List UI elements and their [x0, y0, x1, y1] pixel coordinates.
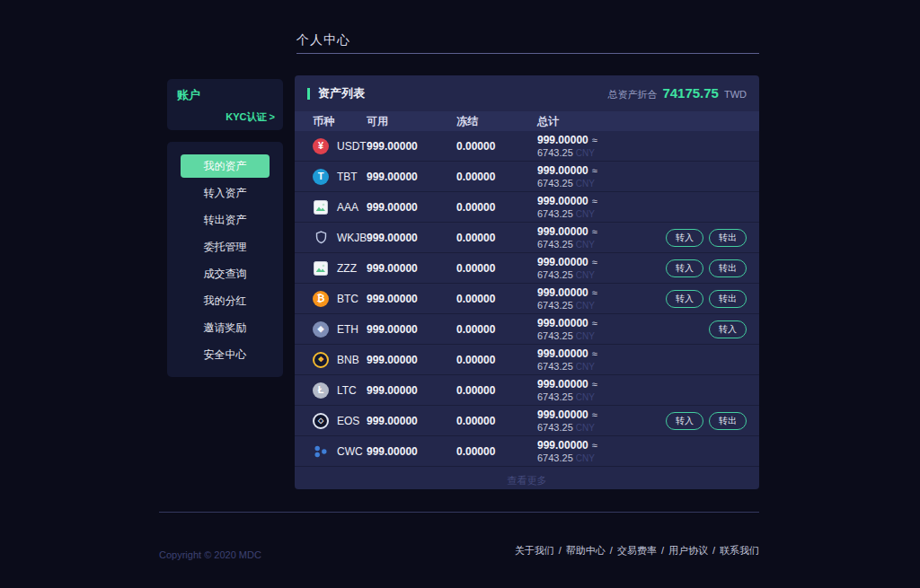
table-row: ◇EOS999.000000.00000999.00000≈ 6743.25CN…	[295, 406, 759, 436]
frozen-value: 0.00000	[456, 201, 537, 214]
image-placeholder-icon	[313, 260, 329, 276]
approx-currency: CNY	[576, 453, 595, 463]
deposit-button[interactable]: 转入	[666, 259, 703, 277]
approx-currency: CNY	[576, 209, 595, 219]
sidebar-menu: 我的资产转入资产转出资产委托管理成交查询我的分红邀请奖励安全中心	[167, 142, 283, 377]
withdraw-button[interactable]: 转出	[709, 229, 747, 247]
total-assets-currency: TWD	[724, 89, 747, 100]
frozen-value: 0.00000	[456, 232, 537, 244]
table-row: AAA999.000000.00000999.00000≈ 6743.25CNY	[295, 192, 759, 223]
coin-name: ETH	[337, 323, 358, 336]
sidebar-item[interactable]: 我的资产	[181, 154, 270, 178]
approx-currency: CNY	[576, 301, 595, 311]
available-value: 999.00000	[367, 323, 456, 336]
total-value: 999.00000≈ 6743.25CNY	[537, 195, 646, 220]
eos-icon: ◇	[313, 413, 329, 429]
approx-currency: CNY	[576, 331, 595, 341]
cwc-icon	[313, 443, 329, 460]
footer-link-separator: /	[610, 545, 613, 556]
total-value: 999.00000≈ 6743.25CNY	[537, 256, 646, 281]
sidebar-item[interactable]: 转出资产	[167, 206, 283, 233]
total-value: 999.00000≈ 6743.25CNY	[537, 439, 646, 464]
sidebar-item[interactable]: 安全中心	[167, 341, 283, 368]
footer-link[interactable]: 用户协议	[668, 545, 708, 556]
available-value: 999.00000	[367, 171, 456, 183]
approx-currency: CNY	[576, 362, 595, 372]
total-value: 999.00000≈ 6743.25CNY	[537, 408, 646, 434]
sidebar-item[interactable]: 邀请奖励	[167, 314, 283, 341]
withdraw-button[interactable]: 转出	[709, 412, 747, 430]
deposit-button[interactable]: 转入	[666, 229, 703, 247]
usdt-icon: ¥	[313, 138, 329, 154]
footer-link[interactable]: 交易费率	[617, 545, 657, 556]
footer-links: 关于我们/帮助中心/交易费率/用户协议/联系我们	[515, 544, 759, 557]
coin-name: LTC	[337, 384, 357, 397]
available-value: 999.00000	[367, 384, 456, 397]
footer-link-separator: /	[712, 545, 715, 556]
frozen-value: 0.00000	[456, 171, 537, 183]
total-assets-value: 74175.75	[662, 85, 719, 101]
coin-name: USDT	[337, 140, 367, 153]
column-total: 总计	[537, 114, 646, 129]
total-assets: 总资产折合 74175.75 TWD	[607, 85, 747, 101]
coin-name: AAA	[337, 201, 358, 214]
footer-link[interactable]: 帮助中心	[566, 545, 606, 556]
coin-name: BNB	[337, 354, 359, 366]
view-more-link[interactable]: 查看更多	[295, 467, 759, 487]
row-actions: 转入转出	[646, 412, 747, 430]
row-actions: 转入转出	[646, 229, 747, 247]
total-value: 999.00000≈ 6743.25CNY	[537, 225, 646, 250]
total-value: 999.00000≈ 6743.25CNY	[537, 347, 646, 373]
coin-name: CWC	[337, 445, 363, 458]
frozen-value: 0.00000	[456, 415, 537, 427]
total-value: 999.00000≈ 6743.25CNY	[537, 134, 646, 159]
table-row: ❖BNB999.000000.00000999.00000≈ 6743.25CN…	[295, 345, 759, 375]
asset-table-body: ¥USDT999.000000.00000999.00000≈ 6743.25C…	[295, 131, 759, 467]
frozen-value: 0.00000	[456, 323, 537, 336]
total-assets-label: 总资产折合	[607, 88, 657, 101]
tbt-icon: T	[313, 169, 329, 185]
deposit-button[interactable]: 转入	[666, 412, 703, 430]
shield-icon	[313, 230, 329, 246]
available-value: 999.00000	[367, 262, 456, 275]
table-row: CWC999.000000.00000999.00000≈ 6743.25CNY	[295, 436, 759, 467]
panel-header: 资产列表 总资产折合 74175.75 TWD	[295, 75, 759, 111]
sidebar-item[interactable]: 委托管理	[167, 233, 283, 260]
footer-link[interactable]: 关于我们	[515, 545, 554, 556]
footer-link-separator: /	[661, 545, 664, 556]
sidebar-item[interactable]: 成交查询	[167, 260, 283, 287]
frozen-value: 0.00000	[456, 384, 537, 397]
row-actions: 转入转出	[646, 290, 747, 308]
coin-name: WKJB	[337, 232, 367, 244]
coin-name: TBT	[337, 171, 358, 183]
withdraw-button[interactable]: 转出	[709, 290, 747, 308]
withdraw-button[interactable]: 转出	[709, 259, 747, 277]
kyc-verification-link[interactable]: KYC认证 >	[226, 110, 275, 124]
panel-title: 资产列表	[318, 85, 365, 101]
footer-divider	[159, 512, 759, 513]
ltc-icon: Ł	[313, 382, 329, 399]
sidebar-item[interactable]: 我的分红	[167, 287, 283, 314]
table-row: ŁLTC999.000000.00000999.00000≈ 6743.25CN…	[295, 375, 759, 406]
account-card: 账户 KYC认证 >	[167, 79, 283, 130]
coin-name: BTC	[337, 293, 358, 305]
total-value: 999.00000≈ 6743.25CNY	[537, 286, 646, 312]
available-value: 999.00000	[367, 354, 456, 366]
sidebar-item[interactable]: 转入资产	[167, 180, 283, 206]
row-actions: 转入	[646, 320, 747, 338]
approx-currency: CNY	[576, 179, 595, 189]
deposit-button[interactable]: 转入	[666, 290, 703, 308]
title-divider	[296, 53, 759, 54]
accent-bar-icon	[307, 88, 310, 100]
footer-link[interactable]: 联系我们	[720, 545, 759, 556]
account-title: 账户	[177, 87, 200, 103]
total-value: 999.00000≈ 6743.25CNY	[537, 378, 646, 403]
table-row: WKJB999.000000.00000999.00000≈ 6743.25CN…	[295, 223, 759, 253]
deposit-button[interactable]: 转入	[709, 320, 747, 338]
asset-list-panel: 资产列表 总资产折合 74175.75 TWD 币种 可用 冻结 总计 ¥USD…	[295, 75, 759, 489]
available-value: 999.00000	[367, 232, 456, 244]
total-value: 999.00000≈ 6743.25CNY	[537, 164, 646, 189]
approx-currency: CNY	[576, 240, 595, 250]
table-row: ₿BTC999.000000.00000999.00000≈ 6743.25CN…	[295, 284, 759, 314]
btc-icon: ₿	[313, 291, 329, 307]
